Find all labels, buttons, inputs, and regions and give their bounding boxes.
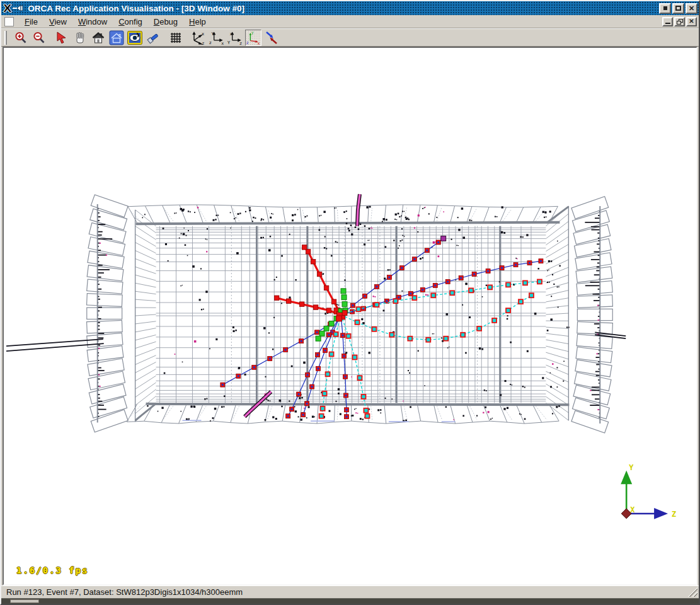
svg-text:x: x (257, 41, 260, 45)
axis-triad: YZX (621, 464, 676, 519)
window-bottom-edge (1, 598, 699, 604)
menu-view[interactable]: View (43, 16, 72, 28)
interaction-arrows-icon (264, 30, 279, 45)
mdi-minimize-button[interactable] (662, 17, 673, 26)
menu-file[interactable]: File (19, 16, 43, 28)
axis-label-y: Y (629, 464, 634, 473)
resize-grip[interactable] (688, 587, 697, 597)
home-blue-icon (109, 30, 124, 45)
home-icon (91, 31, 105, 45)
pan-hand-button[interactable] (72, 30, 88, 46)
axes-colored-icon: Y z x (246, 30, 261, 45)
view-home-button[interactable] (90, 30, 106, 46)
interaction-arrows-button[interactable] (263, 30, 280, 46)
flashlight-icon (146, 31, 160, 45)
pick-arrow-button[interactable] (54, 30, 70, 46)
axes-xz-button[interactable]: x Y z (227, 30, 243, 46)
pan-hand-icon (73, 31, 87, 45)
menu-help[interactable]: Help (183, 16, 212, 28)
seek-flashlight-button[interactable] (145, 30, 161, 46)
axes-xy-button[interactable]: Y z x (209, 30, 225, 46)
iconify-icon (663, 6, 667, 10)
menu-debug[interactable]: Debug (148, 16, 183, 28)
zoom-in-button[interactable] (13, 30, 29, 46)
axis-label-z: Z (672, 510, 676, 519)
mdi-close-button[interactable]: ✕ (686, 17, 697, 26)
close-button[interactable]: ✕ (686, 3, 697, 14)
axes-perspective-icon: x z (190, 30, 207, 45)
axes-perspective-button[interactable]: x z (190, 30, 207, 46)
titlebar-buttons: ✕ (659, 3, 697, 14)
zoom-out-icon (32, 31, 46, 45)
svg-text:z: z (209, 40, 212, 45)
maximize-icon (675, 6, 681, 11)
menu-config[interactable]: Config (113, 16, 148, 28)
restore-icon (677, 19, 683, 25)
fps-counter: 1.6/0.3 fps (16, 565, 89, 575)
toolbar: x z Y z x x Y z (1, 28, 699, 47)
window-resize-tab[interactable] (10, 599, 39, 603)
zoom-in-icon (14, 31, 28, 45)
window-title: ORCA Rec Application Visualisation - [3D… (28, 4, 244, 13)
svg-text:x: x (221, 40, 224, 45)
status-text: Run #123, Event #7, Dataset: StW812p3Dig… (6, 587, 243, 597)
mdi-child-window-icon[interactable] (4, 17, 14, 26)
svg-text:x: x (230, 32, 232, 37)
statusbar: Run #123, Event #7, Dataset: StW812p3Dig… (1, 585, 699, 598)
menubar: File View Window Config Debug Help ✕ (1, 15, 699, 28)
svg-text:z: z (239, 40, 242, 45)
close-icon: ✕ (689, 5, 694, 11)
pushpin-icon (13, 4, 24, 13)
set-home-button[interactable] (108, 30, 125, 46)
grid-icon (169, 31, 183, 45)
event-display-3d-viewport[interactable]: YZX (4, 48, 696, 584)
detector-grid (156, 226, 546, 403)
view-all-button[interactable] (127, 30, 143, 46)
svg-text:z: z (246, 40, 249, 45)
minimize-icon (665, 23, 670, 24)
axes-colored-button[interactable]: Y z x (245, 30, 261, 46)
axes-xz-icon: x Y z (227, 30, 243, 45)
menu-window[interactable]: Window (72, 16, 113, 28)
titlebar[interactable]: X ORCA Rec Application Visualisation - [… (1, 1, 699, 15)
viewport-canvas: YZX 1.6/0.3 fps (3, 47, 697, 585)
mdi-restore-button[interactable] (674, 17, 685, 26)
svg-text:x: x (202, 32, 204, 37)
svg-text:z: z (202, 41, 205, 45)
axis-label-x: X (630, 505, 635, 514)
svg-text:Y: Y (251, 31, 254, 36)
iconify-button[interactable] (659, 3, 671, 14)
zoom-out-button[interactable] (31, 30, 47, 46)
close-icon: ✕ (689, 18, 694, 25)
axes-xy-icon: Y z x (209, 30, 225, 45)
pick-arrow-icon (55, 31, 69, 45)
svg-text:Y: Y (211, 32, 215, 37)
svg-text:Y: Y (227, 40, 231, 45)
x11-logo-icon: X (3, 3, 11, 14)
mdi-window-buttons: ✕ (662, 17, 697, 26)
grid-button[interactable] (168, 30, 184, 46)
maximize-button[interactable] (672, 3, 684, 14)
app-window: X ORCA Rec Application Visualisation - [… (0, 0, 700, 605)
toolbar-grip[interactable] (4, 31, 7, 45)
eye-icon (127, 30, 142, 45)
